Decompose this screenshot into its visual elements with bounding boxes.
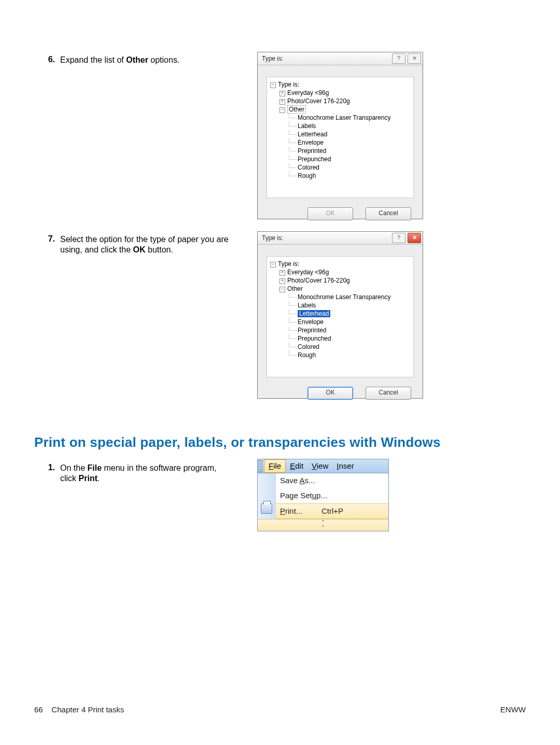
type-is-dialog-2: Type is: ? ✕ −Type is: +Everyday <96g +P… xyxy=(257,231,423,399)
file-menu-mock: File Edit View Inser Save As... Page Set… xyxy=(257,459,389,531)
cancel-button[interactable]: Cancel xyxy=(366,207,411,220)
dialog1-titlebar: Type is: ? ✕ xyxy=(258,52,423,65)
tree-expand-icon[interactable]: + xyxy=(279,278,285,284)
tree-root-label: Type is: xyxy=(278,260,299,268)
tree-item-mono[interactable]: Monochrome Laser Transparency xyxy=(298,293,390,301)
close-icon[interactable]: ✕ xyxy=(408,233,421,243)
tree-item-labels[interactable]: Labels xyxy=(298,122,316,130)
dialog1-buttons: OK Cancel xyxy=(258,203,423,224)
tree-item-prepunched[interactable]: Prepunched xyxy=(298,156,331,163)
tree-item-letterhead[interactable]: Letterhead xyxy=(298,131,327,138)
step-7-l1: Select the option for the type of paper … xyxy=(60,235,229,244)
tree-item-envelope[interactable]: Envelope xyxy=(298,139,324,146)
tree-expand-icon[interactable]: + xyxy=(279,99,285,105)
step-6-after: options. xyxy=(148,55,179,64)
tree-other[interactable]: Other xyxy=(287,105,306,114)
tree-item-envelope[interactable]: Envelope xyxy=(298,318,324,326)
tree-collapse-icon[interactable]: − xyxy=(279,287,285,292)
page-number: 66 xyxy=(34,705,43,714)
tree-collapse-icon[interactable]: − xyxy=(270,82,276,88)
menu-body: Save As... Page Setup... Print...Ctrl+P xyxy=(258,473,388,519)
tree-item-labels[interactable]: Labels xyxy=(298,302,316,309)
menubar-grip-icon xyxy=(258,459,263,473)
step-7-l2c: button. xyxy=(146,245,173,254)
printer-icon xyxy=(261,503,272,514)
dialog2-title: Type is: xyxy=(262,234,283,242)
tree-item-mono[interactable]: Monochrome Laser Transparency xyxy=(298,114,390,121)
step-1-l1c: menu in the software program, xyxy=(102,463,216,472)
menubar-edit[interactable]: Edit xyxy=(286,459,307,473)
step-6-bold: Other xyxy=(126,55,148,64)
section-heading: Print on special paper, labels, or trans… xyxy=(34,434,527,451)
tree-item-preprinted[interactable]: Preprinted xyxy=(298,327,326,334)
dialog1-body: −Type is: +Everyday <96g +Photo/Cover 17… xyxy=(258,65,423,203)
step-1-l2b: Print xyxy=(79,474,97,483)
step-6-before: Expand the list of xyxy=(60,55,126,64)
ok-button[interactable]: OK xyxy=(307,387,353,400)
step-6-text: Expand the list of Other options. xyxy=(60,55,247,65)
tree-item-letterhead[interactable]: Letterhead xyxy=(298,310,330,317)
dialog1-tree: −Type is: +Everyday <96g +Photo/Cover 17… xyxy=(267,77,414,198)
tree-expand-icon[interactable]: + xyxy=(279,270,285,276)
chapter-label: Chapter 4 Print tasks xyxy=(51,705,124,714)
tree-everyday[interactable]: Everyday <96g xyxy=(287,89,329,96)
print-shortcut: Ctrl+P xyxy=(321,504,343,518)
menu-icon-column xyxy=(258,473,276,519)
menu-item-print[interactable]: Print...Ctrl+P xyxy=(276,503,388,519)
tree-everyday[interactable]: Everyday <96g xyxy=(287,269,329,276)
step-1-text: On the File menu in the software program… xyxy=(60,463,257,484)
menu-item-page-setup[interactable]: Page Setup... xyxy=(276,488,388,503)
step-1-l2c: . xyxy=(97,474,100,483)
menu-items: Save As... Page Setup... Print...Ctrl+P xyxy=(276,473,388,519)
tree-item-colored[interactable]: Colored xyxy=(298,343,319,350)
dialog2-titlebar: Type is: ? ✕ xyxy=(258,232,423,245)
tree-collapse-icon[interactable]: − xyxy=(270,262,276,268)
menubar: File Edit View Inser xyxy=(258,459,388,473)
step-1-l2a: click xyxy=(60,474,79,483)
tree-root-label: Type is: xyxy=(278,81,299,88)
footer-right: ENWW xyxy=(500,705,526,714)
menubar-file[interactable]: File xyxy=(264,459,286,473)
menubar-view[interactable]: View xyxy=(307,459,332,473)
tree-other[interactable]: Other xyxy=(287,285,303,292)
step-7-l2a: using, and click the xyxy=(60,245,133,254)
step-7-text: Select the option for the type of paper … xyxy=(60,234,257,255)
help-icon[interactable]: ? xyxy=(392,233,405,243)
page-footer: 66 Chapter 4 Print tasks ENWW xyxy=(34,705,526,714)
close-icon[interactable]: ✕ xyxy=(408,53,421,64)
footer-left: 66 Chapter 4 Print tasks xyxy=(34,705,124,714)
step-7-l2b: OK xyxy=(133,245,146,254)
tree-item-preprinted[interactable]: Preprinted xyxy=(298,147,326,154)
document-page: 6. Expand the list of Other options. Typ… xyxy=(0,0,560,745)
step-1-l1b: File xyxy=(87,463,102,472)
step-6-number: 6. xyxy=(40,55,55,64)
tree-photocover[interactable]: Photo/Cover 176-220g xyxy=(287,97,350,105)
tree-expand-icon[interactable]: + xyxy=(279,91,285,96)
tree-photocover[interactable]: Photo/Cover 176-220g xyxy=(287,277,350,284)
step-1-l1a: On the xyxy=(60,463,87,472)
type-is-dialog-1: Type is: ? ✕ −Type is: +Everyday <96g +P… xyxy=(257,52,423,219)
dialog1-title: Type is: xyxy=(262,55,283,62)
menu-expand-row[interactable]: ˅˅ xyxy=(258,519,388,531)
dialog2-tree: −Type is: +Everyday <96g +Photo/Cover 17… xyxy=(267,256,414,377)
tree-item-rough[interactable]: Rough xyxy=(298,352,316,359)
step-7-number: 7. xyxy=(40,234,55,244)
step-1-number: 1. xyxy=(40,463,55,472)
ok-button[interactable]: OK xyxy=(307,207,353,220)
dialog2-body: −Type is: +Everyday <96g +Photo/Cover 17… xyxy=(258,245,423,383)
menubar-insert[interactable]: Inser xyxy=(332,459,358,473)
tree-item-rough[interactable]: Rough xyxy=(298,172,316,179)
tree-item-prepunched[interactable]: Prepunched xyxy=(298,335,331,342)
dialog2-buttons: OK Cancel xyxy=(258,383,423,403)
tree-collapse-icon[interactable]: − xyxy=(279,107,285,113)
help-icon[interactable]: ? xyxy=(392,53,405,64)
cancel-button[interactable]: Cancel xyxy=(366,387,411,400)
menu-item-save-as[interactable]: Save As... xyxy=(276,473,388,488)
tree-item-colored[interactable]: Colored xyxy=(298,164,319,171)
chevron-down-icon: ˅˅ xyxy=(321,519,325,531)
